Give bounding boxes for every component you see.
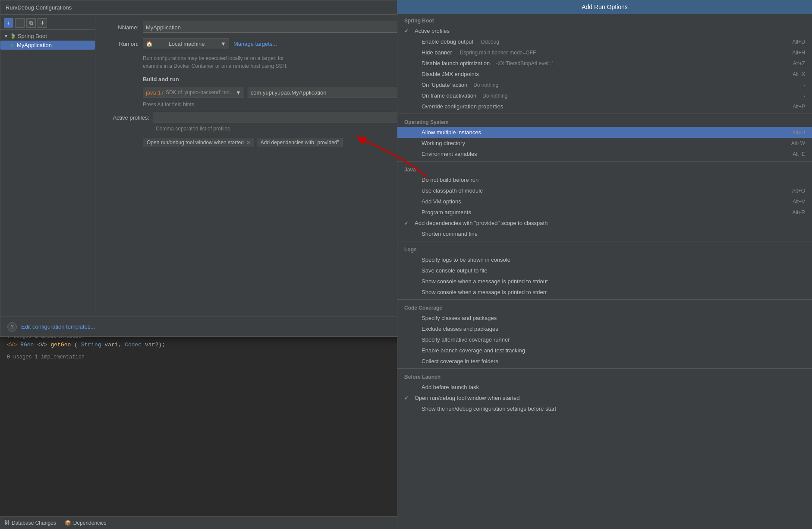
menu-item-exclude-classes-and-packages[interactable]: Exclude classes and packages (397, 323, 812, 334)
menu-item-enable-branch-coverage-and-test-tracking[interactable]: Enable branch coverage and test tracking (397, 345, 812, 356)
item-name: Collect coverage in test folders (422, 358, 498, 364)
menu-item-on-frame-deactivation[interactable]: On frame deactivationDo nothing› (397, 90, 812, 101)
submenu-arrow: › (803, 82, 805, 88)
item-param: Do nothing (473, 82, 498, 88)
menu-item-show-the-run-debug-configuration-settings-before-start[interactable]: Show the run/debug configuration setting… (397, 403, 812, 414)
manage-targets-link[interactable]: Manage targets... (233, 41, 277, 47)
section-divider (397, 161, 812, 162)
sidebar-item-myapplication[interactable]: ▶ MyApplication (0, 41, 95, 50)
menu-item-do-not-build-before-run[interactable]: Do not build before run (397, 174, 812, 185)
menu-item-add-before-launch-task[interactable]: Add before launch task (397, 382, 812, 393)
menu-sections: Spring Boot✓Active profilesEnable debug … (397, 14, 812, 416)
add-run-options-dropdown: Add Run Options Spring Boot✓Active profi… (397, 0, 812, 529)
menu-section-java: JavaDo not build before runUse classpath… (397, 163, 812, 241)
section-divider (397, 241, 812, 241)
item-shortcut: Alt+X (793, 71, 805, 77)
profiles-label: Active profiles: (104, 114, 149, 121)
tag-open-window-close[interactable]: ✕ (246, 140, 250, 146)
name-label: NName: (104, 24, 138, 31)
item-shortcut: Alt+D (792, 39, 805, 45)
menu-item-save-console-output-to-file[interactable]: Save console output to file (397, 265, 812, 276)
menu-item-active-profiles[interactable]: ✓Active profiles (397, 25, 812, 36)
menu-section-operating-system: Operating SystemAllow multiple instances… (397, 116, 812, 162)
menu-item-working-directory[interactable]: Working directoryAlt+W (397, 138, 812, 149)
section-divider (397, 299, 812, 300)
toolbar-db-changes[interactable]: 🗄 Database Changes (4, 520, 56, 526)
submenu-arrow: › (803, 93, 805, 98)
sidebar-group-springboot[interactable]: ▼ 🍃 Spring Boot (0, 32, 95, 41)
dropdown-header: Add Run Options (397, 0, 812, 14)
menu-item-hide-banner[interactable]: Hide banner-Dspring.main.banner-mode=OFF… (397, 47, 812, 58)
menu-item-add-vm-options[interactable]: Add VM optionsAlt+V (397, 196, 812, 207)
java-version: java 17 (146, 89, 164, 96)
item-name: Add before launch task (422, 384, 479, 390)
item-name: Environment variables (422, 151, 477, 157)
menu-item-specify-logs-to-be-shown-in-console[interactable]: Specify logs to be shown in console (397, 254, 812, 265)
menu-item-specify-alternative-coverage-runner[interactable]: Specify alternative coverage runner (397, 334, 812, 345)
section-divider (397, 416, 812, 416)
item-name: Specify logs to be shown in console (422, 257, 510, 263)
menu-item-allow-multiple-instances[interactable]: Allow multiple instancesAlt+U (397, 127, 812, 138)
menu-item-program-arguments[interactable]: Program argumentsAlt+R (397, 207, 812, 218)
run-config-icon: ▶ (11, 42, 14, 48)
section-divider (397, 368, 812, 369)
menu-item-disable-launch-optimization[interactable]: Disable launch optimization-XX:TieredSto… (397, 58, 812, 69)
menu-item-open-run-debug-tool-window-when-started[interactable]: ✓Open run/debug tool window when started (397, 393, 812, 403)
item-name: Add dependencies with "provided" scope t… (415, 220, 548, 226)
item-name: Program arguments (422, 209, 471, 215)
remove-config-btn[interactable]: − (15, 18, 25, 28)
item-name: Hide banner (422, 49, 452, 56)
item-name: Allow multiple instances (422, 129, 481, 136)
menu-item-show-console-when-a-message-is-printed-to-stderr[interactable]: Show console when a message is printed t… (397, 287, 812, 298)
menu-item-add-dependencies-with-provided-scope-to-classpath[interactable]: ✓Add dependencies with "provided" scope … (397, 218, 812, 228)
menu-item-specify-classes-and-packages[interactable]: Specify classes and packages (397, 313, 812, 323)
menu-item-show-console-when-a-message-is-printed-to-stdout[interactable]: Show console when a message is printed t… (397, 276, 812, 287)
item-name: Active profiles (415, 28, 450, 34)
copy-config-btn[interactable]: ⧉ (26, 18, 36, 28)
dialog-title: Run/Debug Configurations (6, 4, 72, 11)
menu-section-spring-boot: Spring Boot✓Active profilesEnable debug … (397, 14, 812, 114)
move-config-btn[interactable]: ⬍ (38, 18, 47, 28)
item-param: -Ddebug (479, 39, 499, 45)
item-param: -XX:TieredStopAtLevel=1 (496, 60, 554, 67)
item-name: Add VM options (422, 198, 461, 205)
code-line-1: <V> RGeo <V> getGeo ( String var1, Codec… (7, 341, 390, 350)
tag-add-deps-text: Add dependencies with "provided" (261, 139, 339, 146)
item-name: Save console output to file (422, 267, 488, 274)
java-select[interactable]: java 17 SDK of 'yupao-backend' mo... ▼ (143, 87, 244, 98)
item-name: Exclude classes and packages (422, 326, 498, 332)
toolbar-dependencies[interactable]: 📦 Dependencies (65, 520, 107, 526)
item-name: Specify alternative coverage runner (422, 336, 510, 343)
section-label: Spring Boot (397, 14, 812, 25)
run-on-select[interactable]: 🏠 Local machine ▼ (143, 38, 229, 49)
item-shortcut: Alt+P (793, 104, 805, 110)
menu-item-environment-variables[interactable]: Environment variablesAlt+E (397, 149, 812, 159)
java-select-arrow: ▼ (236, 89, 241, 96)
run-on-label: Run on: (104, 41, 138, 47)
help-button[interactable]: ? (7, 322, 17, 332)
spring-icon: 🍃 (10, 33, 16, 39)
menu-item-collect-coverage-in-test-folders[interactable]: Collect coverage in test folders (397, 356, 812, 367)
menu-item-shorten-command-line[interactable]: Shorten command line (397, 228, 812, 239)
section-label: Logs (397, 243, 812, 254)
run-on-value: Local machine (169, 41, 205, 47)
add-config-btn[interactable]: + (4, 18, 13, 28)
item-shortcut: Alt+E (793, 151, 805, 157)
section-label: Operating System (397, 116, 812, 127)
group-arrow: ▼ (4, 34, 8, 38)
item-name: Show the run/debug configuration setting… (422, 405, 556, 412)
item-shortcut: Alt+W (791, 140, 805, 146)
sidebar: + − ⧉ ⬍ ▼ 🍃 Spring Boot ▶ MyApplication (0, 15, 95, 317)
item-shortcut: Alt+H (792, 50, 805, 56)
edit-templates-link[interactable]: Edit configuration templates... (21, 323, 95, 330)
menu-item-use-classpath-of-module[interactable]: Use classpath of moduleAlt+O (397, 185, 812, 196)
menu-item-override-configuration-properties[interactable]: Override configuration propertiesAlt+P (397, 101, 812, 112)
item-name: Working directory (422, 140, 465, 146)
section-label: Before Launch (397, 371, 812, 382)
tag-open-window: Open run/debug tool window when started … (143, 138, 254, 147)
item-name: Shorten command line (422, 231, 478, 237)
item-shortcut: Alt+O (792, 188, 805, 194)
menu-item-disable-jmx-endpoints[interactable]: Disable JMX endpointsAlt+X (397, 69, 812, 79)
menu-item-enable-debug-output[interactable]: Enable debug output-DdebugAlt+D (397, 36, 812, 47)
menu-item-on-update-action[interactable]: On 'Update' actionDo nothing› (397, 79, 812, 90)
